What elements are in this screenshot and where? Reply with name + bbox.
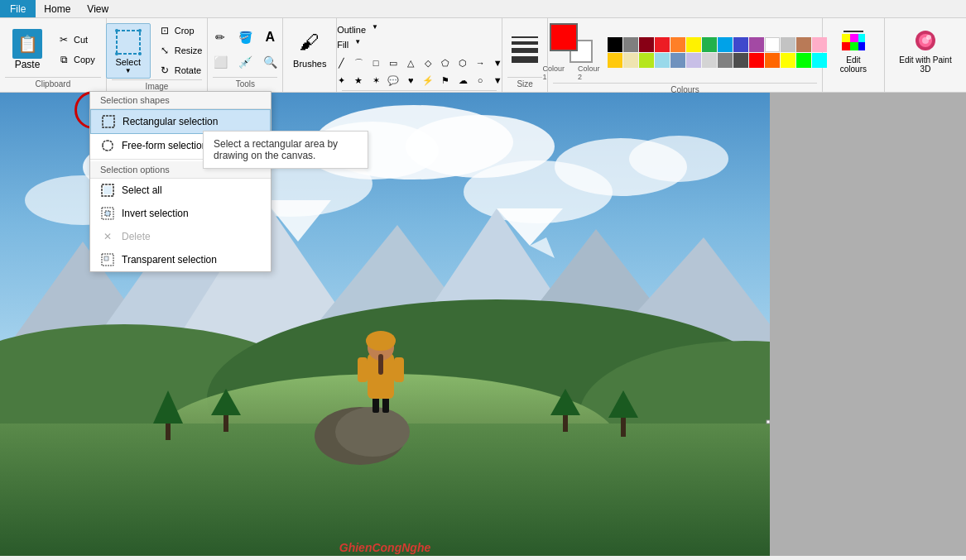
shape-star6[interactable]: ✶ <box>368 72 384 89</box>
shape-triangle[interactable]: △ <box>402 55 419 71</box>
palette-darkred[interactable] <box>639 37 654 52</box>
paste-button[interactable]: 📋 Paste <box>5 25 50 74</box>
palette-lime[interactable] <box>639 53 654 68</box>
palette-white[interactable] <box>765 37 780 52</box>
shape-star4[interactable]: ✦ <box>333 72 349 89</box>
svg-point-14 <box>926 35 931 40</box>
transparent-selection-item[interactable]: Transparent selection <box>90 248 271 271</box>
select-buttons: Select ▼ ⊡ Crop ⤡ Resize ↻ Rotate <box>106 22 209 79</box>
palette-yellow[interactable] <box>686 37 701 52</box>
palette-medgray[interactable] <box>718 53 733 68</box>
shape-roundrect[interactable]: ▭ <box>385 55 401 71</box>
fill-tool[interactable]: 🪣 <box>233 26 257 49</box>
svg-point-1 <box>115 29 118 32</box>
fill-dropdown[interactable]: Fill <box>333 38 353 51</box>
palette-red[interactable] <box>655 37 670 52</box>
svg-point-23 <box>629 136 728 182</box>
shape-arrow[interactable]: → <box>472 55 488 71</box>
brushes-button[interactable]: 🖌 Brushes <box>286 22 334 73</box>
palette-gold[interactable] <box>608 53 622 68</box>
rotate-button[interactable]: ↻ Rotate <box>152 61 209 79</box>
select-all-item[interactable]: Select all <box>90 179 271 202</box>
palette-cream[interactable] <box>623 53 638 68</box>
rotate-label: Rotate <box>175 65 201 75</box>
shape-ellipse[interactable]: ○ <box>472 72 488 89</box>
resize-icon: ⤡ <box>158 44 171 57</box>
svg-point-3 <box>115 52 118 55</box>
shape-flag[interactable]: ⚑ <box>437 72 454 89</box>
paint3d-button[interactable]: Edit with Paint 3D <box>890 22 961 78</box>
select-all-icon <box>100 183 115 198</box>
shape-rect[interactable]: □ <box>368 55 384 71</box>
palette-steelblue[interactable] <box>670 53 685 68</box>
shape-hexagon[interactable]: ⬡ <box>454 55 471 71</box>
palette-brightorange[interactable] <box>765 53 780 68</box>
palette-skyblue[interactable] <box>655 53 670 68</box>
palette-brightred[interactable] <box>749 53 764 68</box>
size-line-4[interactable] <box>512 56 538 63</box>
pencil-tool[interactable]: ✏ <box>209 26 232 49</box>
shape-diamond[interactable]: ◇ <box>420 55 436 71</box>
shape-callout[interactable]: 💬 <box>385 72 401 89</box>
menubar-view[interactable]: View <box>79 0 117 17</box>
resize-button[interactable]: ⤡ Resize <box>152 41 209 60</box>
magnifier-tool[interactable]: 🔍 <box>258 50 281 74</box>
size-line-3[interactable] <box>512 48 538 53</box>
svg-rect-9 <box>850 34 858 42</box>
shape-heart[interactable]: ♥ <box>402 72 419 89</box>
palette-black[interactable] <box>608 37 622 52</box>
edit-colours-section: Edit colours x <box>823 18 885 92</box>
menubar-home[interactable]: Home <box>36 0 79 17</box>
brushes-icon: 🖌 <box>293 26 326 59</box>
palette-brightgreen[interactable] <box>796 53 811 68</box>
invert-selection-label: Invert selection <box>122 208 189 219</box>
size-line-1[interactable] <box>512 36 538 38</box>
palette-green[interactable] <box>702 37 717 52</box>
invert-selection-icon <box>100 206 115 221</box>
shape-curve[interactable]: ⌒ <box>350 55 367 71</box>
menubar-file[interactable]: File <box>0 0 36 17</box>
colorpicker-tool[interactable]: 💉 <box>233 50 257 74</box>
svg-rect-7 <box>858 42 865 50</box>
select-button[interactable]: Select ▼ <box>106 23 151 79</box>
shape-lightning[interactable]: ⚡ <box>420 72 436 89</box>
crop-button[interactable]: ⊡ Crop <box>152 22 209 40</box>
outline-arrow: ▼ <box>372 23 378 36</box>
size-line-2[interactable] <box>512 41 538 45</box>
palette-brown[interactable] <box>796 37 811 52</box>
palette-row2 <box>608 53 827 68</box>
palette-lightgray[interactable] <box>781 37 795 52</box>
eraser-tool[interactable]: ⬜ <box>209 50 232 74</box>
rotate-icon: ↻ <box>158 64 171 77</box>
svg-rect-57 <box>394 357 404 382</box>
text-tool[interactable]: A <box>258 26 281 49</box>
delete-icon: ✕ <box>100 229 115 244</box>
cut-copy-buttons: ✂ Cut ⧉ Copy <box>51 31 101 69</box>
palette-cyan[interactable] <box>718 37 733 52</box>
edit-colours-button[interactable]: Edit colours <box>828 22 879 78</box>
palette-orange[interactable] <box>670 37 685 52</box>
palette-darkgray[interactable] <box>733 53 748 68</box>
cut-button[interactable]: ✂ Cut <box>51 31 101 49</box>
palette-lavender[interactable] <box>686 53 701 68</box>
crop-label: Crop <box>175 26 195 36</box>
fill-arrow: ▼ <box>354 38 361 51</box>
colour1-box[interactable] <box>550 23 578 51</box>
invert-selection-item[interactable]: Invert selection <box>90 202 271 225</box>
clipboard-label: Clipboard <box>5 77 101 89</box>
shape-star5[interactable]: ★ <box>350 72 367 89</box>
svg-rect-62 <box>767 420 770 424</box>
outline-dropdown[interactable]: Outline <box>333 23 370 36</box>
shape-line[interactable]: ╱ <box>333 55 349 71</box>
shape-cloud[interactable]: ☁ <box>454 72 471 89</box>
shape-pentagon[interactable]: ⬠ <box>437 55 454 71</box>
palette-purple[interactable] <box>749 37 764 52</box>
palette-gray[interactable] <box>623 37 638 52</box>
svg-rect-69 <box>104 256 108 261</box>
rectangular-selection-icon <box>101 114 116 129</box>
palette-blue[interactable] <box>733 37 748 52</box>
svg-point-2 <box>138 29 142 32</box>
palette-silver[interactable] <box>702 53 717 68</box>
copy-button[interactable]: ⧉ Copy <box>51 50 101 69</box>
palette-brightyellow[interactable] <box>781 53 795 68</box>
